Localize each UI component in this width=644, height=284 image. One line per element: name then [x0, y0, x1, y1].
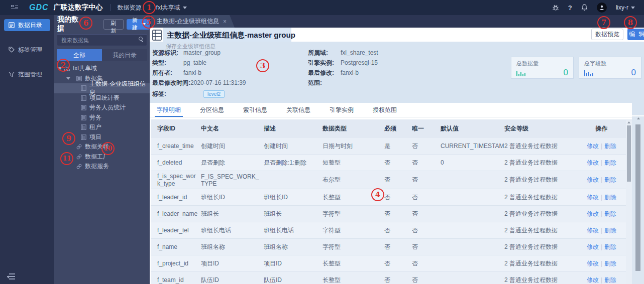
modify-link[interactable]: 修改 — [587, 159, 599, 166]
user-menu[interactable]: lixy-r — [616, 4, 635, 11]
stat-card-total-records: 总数据量 0 — [511, 57, 574, 79]
cell: 是否删除:1:删除 — [264, 159, 323, 167]
domain-selector[interactable]: fxl共享域 — [156, 4, 187, 12]
row-actions: 修改|删除 — [584, 276, 619, 284]
search-input[interactable] — [57, 34, 147, 46]
cell: 2 普通业务过程数据 — [504, 210, 584, 218]
row-actions: 修改|删除 — [584, 176, 619, 184]
meta-label: 引擎实例: — [308, 59, 341, 67]
tab-分区信息[interactable]: 分区信息 — [200, 103, 224, 118]
collapse-sidebar-icon[interactable] — [7, 273, 15, 279]
modify-link[interactable]: 修改 — [587, 260, 599, 267]
cell: 班组名称 — [201, 243, 264, 251]
delete-link[interactable]: 删除 — [604, 176, 616, 183]
divider: | — [601, 260, 602, 267]
tree-item-租户[interactable]: 租户 — [54, 122, 150, 132]
row-actions: 修改|删除 — [584, 142, 619, 151]
cell: F_IS_SPEC_WORK_TYPE — [201, 173, 264, 187]
help-icon[interactable]: ? — [568, 4, 572, 12]
cell: f_leader_name — [151, 210, 201, 218]
cell: 布尔型 — [323, 176, 384, 184]
cell: 否 — [412, 276, 441, 284]
delete-link[interactable]: 删除 — [604, 260, 616, 267]
avatar[interactable] — [597, 3, 607, 13]
apps-menu-icon[interactable] — [11, 5, 18, 11]
cell: 否 — [412, 226, 441, 235]
cell: 项目ID — [201, 259, 264, 268]
modify-link[interactable]: 修改 — [587, 227, 599, 234]
annotation-circle-7: 7 — [597, 16, 610, 29]
table-scrollbar[interactable] — [626, 120, 632, 284]
delete-link[interactable]: 删除 — [604, 243, 616, 250]
chevron-down-icon — [183, 7, 187, 9]
tag-chip[interactable]: level2 — [203, 90, 225, 98]
bell-icon[interactable] — [581, 4, 588, 11]
annotation-circle-1: 1 — [143, 1, 156, 14]
tab-字段明细[interactable]: 字段明细 — [157, 103, 181, 118]
modify-link[interactable]: 修改 — [587, 194, 599, 201]
tree-item-劳务[interactable]: 劳务 — [54, 113, 150, 123]
search-icon[interactable] — [139, 37, 143, 41]
sidebar-item-数据目录[interactable]: 数据目录 — [4, 19, 50, 31]
meta-label: 最后修改: — [308, 69, 341, 77]
filter-tab-我的目录[interactable]: 我的目录 — [102, 49, 147, 61]
tab-授权范围[interactable]: 授权范围 — [373, 103, 397, 118]
bug-icon[interactable] — [552, 4, 559, 11]
cell: 否 — [384, 259, 412, 268]
modify-link[interactable]: 修改 — [587, 143, 599, 150]
tab-关联信息[interactable]: 关联信息 — [286, 103, 310, 118]
modify-link[interactable]: 修改 — [587, 243, 599, 250]
link-icon — [76, 164, 82, 169]
modify-link[interactable]: 修改 — [587, 210, 599, 217]
cell: 班组长ID — [201, 193, 264, 202]
data-preview-button[interactable]: 数据预览 — [591, 29, 623, 40]
domain-selector-label: fxl共享域 — [156, 4, 180, 12]
annotation-circle-10: 10 — [101, 142, 115, 155]
cell: 否 — [384, 176, 412, 184]
sidebar-item-标签管理[interactable]: 标签管理 — [4, 44, 50, 56]
cell: 否 — [384, 193, 412, 202]
cell: 2 普通业务过程数据 — [504, 259, 584, 268]
delete-link[interactable]: 删除 — [604, 159, 616, 166]
cell: 创建时间 — [201, 142, 264, 151]
column-header-操作: 操作 — [584, 124, 619, 133]
row-actions: 修改|删除 — [584, 259, 619, 268]
modify-link[interactable]: 修改 — [587, 276, 599, 283]
row-actions: 修改|删除 — [584, 243, 619, 251]
modify-link[interactable]: 修改 — [587, 176, 599, 183]
edit-button[interactable]: 编 辑 — [627, 29, 644, 40]
delete-link[interactable]: 删除 — [604, 194, 616, 201]
refresh-button[interactable]: 刷 新 — [103, 19, 124, 30]
delete-link[interactable]: 删除 — [604, 227, 616, 234]
tree-item-主数据-企业级班组信息[interactable]: 主数据-企业级班组信息 — [54, 83, 150, 93]
caret-down-icon[interactable] — [66, 77, 70, 80]
delete-link[interactable]: 删除 — [604, 143, 616, 150]
stat-label: 总字段数 — [584, 60, 636, 67]
meta-label: 所有者: — [152, 69, 183, 77]
close-icon[interactable]: × — [223, 18, 230, 25]
meta-row: 类型:pg_table — [152, 58, 246, 68]
document-tab[interactable]: 主数据-企业级班组信息 × — [151, 15, 235, 28]
tree-item-项目统计表[interactable]: 项目统计表 — [54, 93, 150, 103]
tree-item-劳务人员统计[interactable]: 劳务人员统计 — [54, 103, 150, 113]
cell: 字符型 — [323, 243, 384, 251]
cell: 否 — [384, 159, 412, 167]
tab-引擎实例[interactable]: 引擎实例 — [330, 103, 354, 118]
table-row: f_name班组名称班组名称字符型否否2 普通业务过程数据修改|删除 — [151, 239, 633, 255]
link-icon — [76, 154, 82, 160]
tree-item-label: 劳务人员统计 — [89, 103, 126, 112]
tag-icon — [9, 47, 15, 53]
delete-link[interactable]: 删除 — [604, 276, 616, 283]
menu-data-resources[interactable]: 数据资源 — [118, 4, 142, 12]
divider — [110, 4, 111, 11]
meta-value: fanxl-b — [183, 69, 201, 76]
delete-link[interactable]: 删除 — [604, 210, 616, 217]
page-scrollbar[interactable] — [635, 116, 640, 284]
cell: 班组长ID — [264, 193, 323, 202]
cell: 2 普通业务过程数据 — [504, 142, 584, 151]
tab-索引信息[interactable]: 索引信息 — [243, 103, 267, 118]
meta-value: fxl_share_test — [341, 49, 378, 56]
table-row: f_create_time创建时间创建时间日期与时刻是否CURRENT_TIME… — [151, 138, 633, 155]
mini-bar-chart-icon — [584, 70, 593, 76]
sidebar-item-范围管理[interactable]: 范围管理 — [4, 68, 50, 80]
